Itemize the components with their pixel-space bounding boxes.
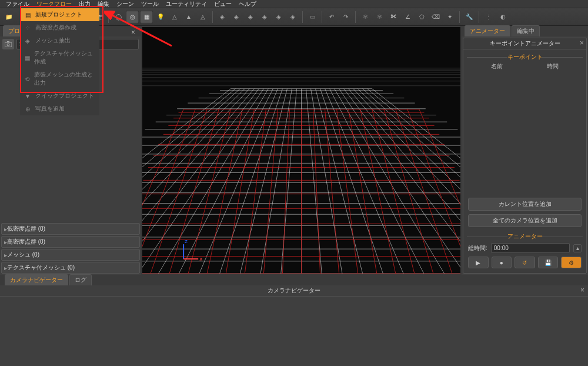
window-icon[interactable]: ▭ (306, 11, 319, 24)
camera-icon[interactable] (2, 39, 14, 49)
close-icon[interactable]: × (129, 28, 138, 36)
menu-item-quick[interactable]: ▼クイックプロジェクト (20, 89, 99, 102)
menu-output[interactable]: 出力 (75, 0, 94, 8)
record-button[interactable]: ● (492, 257, 512, 268)
cube5-icon[interactable]: ◈ (272, 11, 285, 24)
angle-icon[interactable]: ∠ (401, 11, 414, 24)
section-keypoint: キーポイント (467, 53, 583, 61)
tab-log[interactable]: ログ (69, 274, 92, 285)
cube2-icon[interactable]: ◈ (230, 11, 243, 24)
svg-point-2 (7, 44, 9, 46)
menu-edit[interactable]: 編集 (94, 0, 113, 8)
svg-line-60 (353, 89, 460, 274)
svg-line-38 (142, 89, 249, 274)
menu-item-label: 膨張メッシュの生成と出力 (34, 71, 96, 87)
tab-camera-nav[interactable]: カメラナビゲーター (5, 274, 68, 285)
menu-item-addphoto[interactable]: ⊕写真を追加 (20, 102, 99, 115)
close-icon[interactable]: × (580, 39, 584, 47)
menu-scene[interactable]: シーン (113, 0, 138, 8)
menu-item-doc[interactable]: ▤新規プロジェクト (20, 8, 99, 21)
separator (479, 11, 479, 23)
bulb-icon[interactable]: 💡 (154, 11, 167, 24)
orbit-icon[interactable]: ◯ (112, 11, 125, 24)
right-panel: アニメーター 編集中 キーポイントアニメーター × キーポイント 名前 時間 カ… (462, 26, 588, 275)
svg-line-39 (142, 89, 254, 274)
erase-icon[interactable]: ⌫ (429, 11, 442, 24)
tri-icon[interactable]: △ (168, 11, 181, 24)
settings-button[interactable]: ⚙ (561, 257, 582, 268)
atom-icon[interactable]: ⚛ (359, 11, 372, 24)
wrench-icon[interactable]: 🔧 (463, 11, 476, 24)
row-sparse[interactable]: ▸低密度点群 (0) (1, 223, 140, 235)
svg-line-61 (358, 89, 460, 274)
menu-item-label: テクスチャ付メッシュ作成 (34, 49, 96, 66)
redo-icon[interactable]: ↷ (339, 11, 352, 24)
folder-icon[interactable]: 📁 (2, 11, 15, 24)
tab-animator[interactable]: アニメーター (465, 25, 510, 36)
row-dense[interactable]: ▸高密度点群 (0) (1, 236, 140, 248)
property-list: ▸低密度点群 (0) ▸高密度点群 (0) ▸メッシュ (0) ▸テクスチャ付メ… (0, 222, 141, 275)
menu-item-sparse[interactable]: ⁘高密度点群作成 (20, 21, 99, 34)
menu-item-label: 新規プロジェクト (35, 11, 82, 19)
menu-item-mesh[interactable]: ◈メッシュ抽出 (20, 34, 99, 47)
separator (355, 11, 356, 23)
loop-button[interactable]: ↺ (514, 257, 535, 268)
menu-workflow[interactable]: ワークフロー (33, 0, 75, 8)
svg-line-46 (240, 89, 287, 274)
total-time-value: 00:00 (491, 243, 570, 253)
tri3-icon[interactable]: ◬ (196, 11, 209, 24)
dots-icon[interactable]: ⋮ (482, 11, 495, 24)
keypoint-list[interactable] (467, 72, 583, 195)
separator (108, 11, 109, 23)
panel-title: キーポイントアニメーター (490, 40, 560, 46)
svg-line-50 (306, 89, 322, 274)
close-icon[interactable]: × (580, 286, 584, 294)
svg-line-43 (179, 89, 273, 274)
separator (459, 11, 460, 23)
menu-help[interactable]: ヘルプ (235, 0, 260, 8)
play-button[interactable]: ▶ (468, 257, 489, 268)
atom2-icon[interactable]: ⚛ (373, 11, 386, 24)
star-icon[interactable]: ✦ (443, 11, 456, 24)
bottom-panel: カメラナビゲーター ログ カメラナビゲーター × (0, 275, 588, 366)
menu-tool[interactable]: ツール (138, 0, 162, 8)
cube1-icon[interactable]: ◈ (216, 11, 229, 24)
menu-file[interactable]: ファイル (2, 0, 33, 8)
cube6-icon[interactable]: ◈ (286, 11, 299, 24)
grid-icon[interactable]: ▦ (140, 11, 153, 24)
row-texmesh[interactable]: ▸テクスチャ付メッシュ (0) (1, 262, 140, 274)
svg-line-64 (372, 89, 460, 274)
col-name: 名前 (469, 62, 525, 71)
save-button[interactable]: 💾 (538, 257, 559, 268)
svg-rect-1 (7, 41, 9, 42)
add-all-cameras-button[interactable]: 全てのカメラ位置を追加 (468, 214, 582, 227)
svg-line-59 (349, 89, 460, 274)
menu-item-label: 写真を追加 (35, 105, 65, 113)
svg-line-42 (158, 89, 268, 274)
menu-item-texmesh[interactable]: ▦テクスチャ付メッシュ作成 (20, 47, 99, 68)
menu-item-regen[interactable]: ⟲膨張メッシュの生成と出力 (20, 68, 99, 89)
undo-icon[interactable]: ↶ (325, 11, 338, 24)
menu-item-label: 高密度点群作成 (35, 24, 76, 32)
svg-text:x: x (199, 255, 202, 262)
menu-utility[interactable]: ユーティリティ (162, 0, 211, 8)
scissors-icon[interactable]: ✀ (387, 11, 400, 24)
up-down-icon[interactable]: ▴ (573, 244, 582, 252)
add-current-button[interactable]: カレント位置を追加 (468, 198, 582, 211)
svg-line-45 (220, 89, 283, 274)
svg-text:z: z (185, 238, 188, 244)
cube3-icon[interactable]: ◈ (244, 11, 257, 24)
svg-line-55 (330, 89, 424, 274)
3d-viewport[interactable]: z x (142, 27, 460, 274)
cube4-icon[interactable]: ◈ (258, 11, 271, 24)
mask-icon[interactable]: ◐ (496, 11, 509, 24)
tri2-icon[interactable]: ▲ (182, 11, 195, 24)
target-icon[interactable]: ◎ (126, 11, 139, 24)
tab-editing[interactable]: 編集中 (512, 25, 540, 36)
poly-icon[interactable]: ⬠ (415, 11, 428, 24)
svg-line-53 (320, 89, 383, 274)
sparse-icon: ⁘ (24, 24, 32, 32)
menu-view[interactable]: ビュー (211, 0, 235, 8)
row-mesh[interactable]: ▸メッシュ (0) (1, 249, 140, 261)
separator (212, 11, 213, 23)
